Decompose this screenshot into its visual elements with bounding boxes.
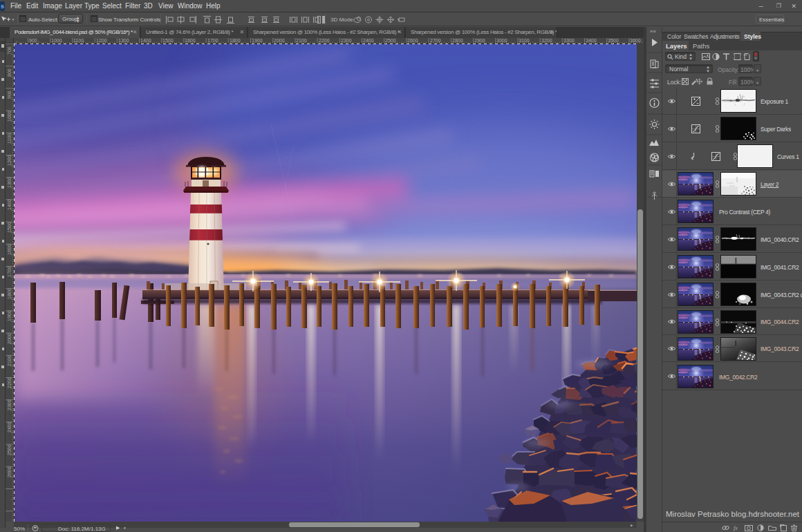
svg-text:1400: 1400 bbox=[7, 199, 12, 210]
svg-text:2200: 2200 bbox=[319, 38, 330, 43]
svg-text:2500: 2500 bbox=[7, 444, 12, 455]
svg-text:2300: 2300 bbox=[341, 38, 352, 43]
svg-text:3200: 3200 bbox=[541, 38, 552, 43]
svg-text:1000: 1000 bbox=[7, 111, 12, 122]
svg-text:2700: 2700 bbox=[430, 38, 441, 43]
svg-text:1700: 1700 bbox=[207, 38, 218, 43]
svg-text:1000: 1000 bbox=[51, 38, 62, 43]
svg-text:1200: 1200 bbox=[96, 38, 107, 43]
svg-text:1800: 1800 bbox=[230, 38, 241, 43]
svg-text:1600: 1600 bbox=[7, 244, 12, 255]
svg-text:2300: 2300 bbox=[7, 399, 12, 410]
svg-text:3000: 3000 bbox=[496, 38, 507, 43]
svg-text:2000: 2000 bbox=[274, 38, 285, 43]
svg-text:2800: 2800 bbox=[452, 38, 463, 43]
svg-text:3100: 3100 bbox=[519, 38, 530, 43]
svg-text:1100: 1100 bbox=[73, 38, 84, 43]
svg-text:2100: 2100 bbox=[296, 38, 307, 43]
svg-text:1200: 1200 bbox=[7, 155, 12, 166]
svg-text:1800: 1800 bbox=[7, 288, 12, 299]
svg-text:1900: 1900 bbox=[252, 38, 263, 43]
svg-text:1300: 1300 bbox=[7, 177, 12, 188]
svg-text:3500: 3500 bbox=[608, 38, 619, 43]
svg-text:1600: 1600 bbox=[185, 38, 196, 43]
svg-text:2900: 2900 bbox=[474, 38, 485, 43]
svg-text:2200: 2200 bbox=[7, 377, 12, 388]
svg-text:900: 900 bbox=[29, 38, 37, 43]
svg-text:1500: 1500 bbox=[7, 222, 12, 233]
svg-text:1700: 1700 bbox=[7, 266, 12, 277]
svg-text:3600: 3600 bbox=[630, 38, 641, 43]
svg-text:3400: 3400 bbox=[586, 38, 597, 43]
svg-text:700: 700 bbox=[7, 46, 12, 55]
svg-text:800: 800 bbox=[7, 68, 12, 77]
svg-text:2500: 2500 bbox=[385, 38, 396, 43]
svg-text:1900: 1900 bbox=[7, 310, 12, 321]
svg-text:2600: 2600 bbox=[7, 466, 12, 477]
svg-text:1400: 1400 bbox=[140, 38, 151, 43]
svg-text:2400: 2400 bbox=[363, 38, 374, 43]
svg-text:1100: 1100 bbox=[7, 133, 12, 144]
svg-text:1300: 1300 bbox=[118, 38, 129, 43]
svg-text:2400: 2400 bbox=[7, 421, 12, 433]
svg-text:2600: 2600 bbox=[407, 38, 418, 43]
svg-text:1500: 1500 bbox=[162, 38, 174, 43]
svg-text:fx: fx bbox=[734, 525, 738, 531]
svg-text:3300: 3300 bbox=[563, 38, 575, 43]
svg-text:2100: 2100 bbox=[7, 355, 12, 366]
svg-text:2000: 2000 bbox=[7, 333, 12, 344]
svg-text:900: 900 bbox=[7, 91, 12, 99]
